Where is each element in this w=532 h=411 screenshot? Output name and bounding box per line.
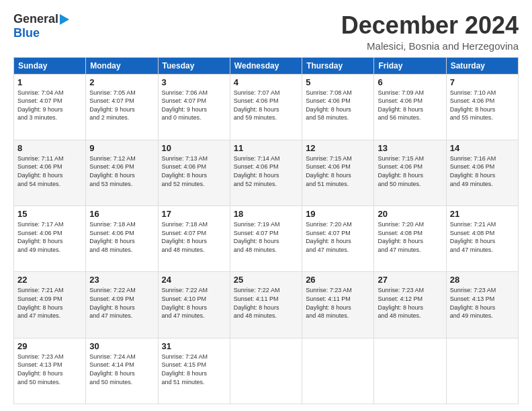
day-number: 22 [17, 275, 82, 285]
table-row: 22Sunrise: 7:21 AM Sunset: 4:09 PM Dayli… [14, 272, 86, 338]
header-monday: Monday [86, 57, 158, 74]
table-row: 16Sunrise: 7:18 AM Sunset: 4:06 PM Dayli… [86, 206, 158, 272]
table-row: 21Sunrise: 7:21 AM Sunset: 4:08 PM Dayli… [446, 206, 518, 272]
table-row: 17Sunrise: 7:18 AM Sunset: 4:07 PM Dayli… [158, 206, 230, 272]
day-number: 8 [17, 143, 82, 153]
day-info: Sunrise: 7:16 AM Sunset: 4:06 PM Dayligh… [450, 154, 515, 188]
day-number: 21 [450, 209, 515, 219]
day-number: 14 [450, 143, 515, 153]
table-row: 19Sunrise: 7:20 AM Sunset: 4:07 PM Dayli… [302, 206, 374, 272]
logo-row1: General [13, 12, 69, 26]
day-info: Sunrise: 7:20 AM Sunset: 4:07 PM Dayligh… [306, 220, 370, 254]
day-number: 20 [378, 209, 442, 219]
logo-text: General Blue [13, 12, 69, 40]
day-info: Sunrise: 7:12 AM Sunset: 4:06 PM Dayligh… [89, 154, 154, 188]
day-number: 6 [378, 77, 442, 87]
day-number: 19 [306, 209, 370, 219]
table-row: 5Sunrise: 7:08 AM Sunset: 4:06 PM Daylig… [302, 74, 374, 140]
page: General Blue December 2024 Malesici, Bos… [0, 0, 532, 411]
logo: General Blue [13, 12, 69, 40]
month-title: December 2024 [341, 12, 519, 39]
day-number: 27 [378, 275, 442, 285]
table-row: 15Sunrise: 7:17 AM Sunset: 4:06 PM Dayli… [14, 206, 86, 272]
day-info: Sunrise: 7:18 AM Sunset: 4:07 PM Dayligh… [162, 220, 226, 254]
day-number: 13 [378, 143, 442, 153]
day-number: 11 [234, 143, 298, 153]
subtitle: Malesici, Bosnia and Herzegovina [341, 40, 519, 52]
calendar-week-row: 15Sunrise: 7:17 AM Sunset: 4:06 PM Dayli… [14, 206, 519, 272]
day-number: 15 [17, 209, 82, 219]
day-info: Sunrise: 7:24 AM Sunset: 4:14 PM Dayligh… [89, 353, 154, 386]
day-number: 12 [306, 143, 370, 153]
table-row: 7Sunrise: 7:10 AM Sunset: 4:06 PM Daylig… [446, 74, 518, 140]
table-row [374, 338, 446, 404]
table-row: 30Sunrise: 7:24 AM Sunset: 4:14 PM Dayli… [86, 338, 158, 404]
day-info: Sunrise: 7:22 AM Sunset: 4:10 PM Dayligh… [162, 286, 226, 320]
day-info: Sunrise: 7:06 AM Sunset: 4:07 PM Dayligh… [162, 89, 226, 122]
day-info: Sunrise: 7:22 AM Sunset: 4:11 PM Dayligh… [234, 286, 298, 320]
day-number: 17 [162, 209, 226, 219]
header-wednesday: Wednesday [230, 57, 302, 74]
day-info: Sunrise: 7:23 AM Sunset: 4:12 PM Dayligh… [378, 286, 442, 320]
weekday-header-row: Sunday Monday Tuesday Wednesday Thursday… [14, 57, 519, 74]
day-number: 30 [89, 341, 154, 351]
table-row: 26Sunrise: 7:23 AM Sunset: 4:11 PM Dayli… [302, 272, 374, 338]
day-number: 9 [89, 143, 154, 153]
day-info: Sunrise: 7:14 AM Sunset: 4:06 PM Dayligh… [234, 154, 298, 188]
table-row: 29Sunrise: 7:23 AM Sunset: 4:13 PM Dayli… [14, 338, 86, 404]
day-info: Sunrise: 7:21 AM Sunset: 4:09 PM Dayligh… [17, 286, 82, 320]
table-row: 14Sunrise: 7:16 AM Sunset: 4:06 PM Dayli… [446, 140, 518, 205]
table-row: 4Sunrise: 7:07 AM Sunset: 4:06 PM Daylig… [230, 74, 302, 140]
table-row: 18Sunrise: 7:19 AM Sunset: 4:07 PM Dayli… [230, 206, 302, 272]
table-row: 2Sunrise: 7:05 AM Sunset: 4:07 PM Daylig… [86, 74, 158, 140]
table-row: 8Sunrise: 7:11 AM Sunset: 4:06 PM Daylig… [14, 140, 86, 205]
day-number: 5 [306, 77, 370, 87]
day-number: 25 [234, 275, 298, 285]
day-number: 23 [89, 275, 154, 285]
header-friday: Friday [374, 57, 446, 74]
table-row: 25Sunrise: 7:22 AM Sunset: 4:11 PM Dayli… [230, 272, 302, 338]
day-number: 16 [89, 209, 154, 219]
table-row: 9Sunrise: 7:12 AM Sunset: 4:06 PM Daylig… [86, 140, 158, 205]
calendar-week-row: 1Sunrise: 7:04 AM Sunset: 4:07 PM Daylig… [14, 74, 519, 140]
day-info: Sunrise: 7:24 AM Sunset: 4:15 PM Dayligh… [162, 353, 226, 386]
day-info: Sunrise: 7:05 AM Sunset: 4:07 PM Dayligh… [89, 89, 154, 122]
day-number: 1 [17, 77, 82, 87]
day-info: Sunrise: 7:07 AM Sunset: 4:06 PM Dayligh… [234, 89, 298, 122]
calendar-week-row: 22Sunrise: 7:21 AM Sunset: 4:09 PM Dayli… [14, 272, 519, 338]
day-info: Sunrise: 7:23 AM Sunset: 4:13 PM Dayligh… [450, 286, 515, 320]
table-row: 11Sunrise: 7:14 AM Sunset: 4:06 PM Dayli… [230, 140, 302, 205]
logo-general: General [13, 12, 58, 26]
table-row [302, 338, 374, 404]
table-row: 6Sunrise: 7:09 AM Sunset: 4:06 PM Daylig… [374, 74, 446, 140]
day-info: Sunrise: 7:20 AM Sunset: 4:08 PM Dayligh… [378, 220, 442, 254]
day-number: 7 [450, 77, 515, 87]
day-info: Sunrise: 7:11 AM Sunset: 4:06 PM Dayligh… [17, 154, 82, 188]
day-info: Sunrise: 7:13 AM Sunset: 4:06 PM Dayligh… [162, 154, 226, 188]
table-row: 10Sunrise: 7:13 AM Sunset: 4:06 PM Dayli… [158, 140, 230, 205]
day-info: Sunrise: 7:15 AM Sunset: 4:06 PM Dayligh… [306, 154, 370, 188]
day-info: Sunrise: 7:19 AM Sunset: 4:07 PM Dayligh… [234, 220, 298, 254]
table-row [446, 338, 518, 404]
header-tuesday: Tuesday [158, 57, 230, 74]
table-row: 28Sunrise: 7:23 AM Sunset: 4:13 PM Dayli… [446, 272, 518, 338]
day-number: 18 [234, 209, 298, 219]
calendar-table: Sunday Monday Tuesday Wednesday Thursday… [13, 57, 519, 404]
table-row: 23Sunrise: 7:22 AM Sunset: 4:09 PM Dayli… [86, 272, 158, 338]
day-info: Sunrise: 7:09 AM Sunset: 4:06 PM Dayligh… [378, 89, 442, 122]
header: General Blue December 2024 Malesici, Bos… [13, 12, 519, 52]
table-row: 12Sunrise: 7:15 AM Sunset: 4:06 PM Dayli… [302, 140, 374, 205]
day-info: Sunrise: 7:18 AM Sunset: 4:06 PM Dayligh… [89, 220, 154, 254]
day-number: 3 [162, 77, 226, 87]
header-saturday: Saturday [446, 57, 518, 74]
day-number: 2 [89, 77, 154, 87]
day-info: Sunrise: 7:22 AM Sunset: 4:09 PM Dayligh… [89, 286, 154, 320]
table-row: 31Sunrise: 7:24 AM Sunset: 4:15 PM Dayli… [158, 338, 230, 404]
day-info: Sunrise: 7:10 AM Sunset: 4:06 PM Dayligh… [450, 89, 515, 122]
day-number: 28 [450, 275, 515, 285]
header-sunday: Sunday [14, 57, 86, 74]
day-info: Sunrise: 7:23 AM Sunset: 4:13 PM Dayligh… [17, 353, 82, 386]
logo-row2: Blue [13, 26, 69, 40]
day-number: 10 [162, 143, 226, 153]
table-row [230, 338, 302, 404]
